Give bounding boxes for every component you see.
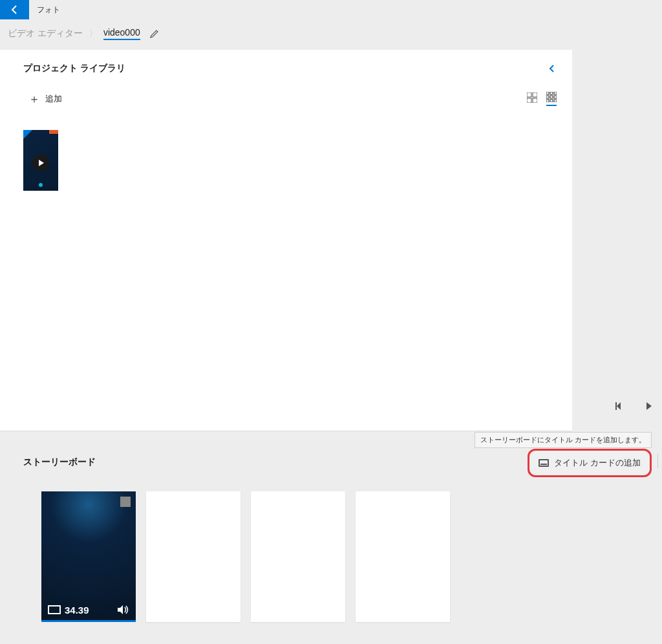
selection-box-icon [120, 497, 131, 507]
library-title: プロジェクト ライブラリ [23, 63, 125, 74]
step-forward-icon [644, 401, 654, 411]
plus-icon: ＋ [28, 91, 40, 107]
breadcrumb-current[interactable]: video000 [103, 27, 140, 40]
title-card-icon [539, 459, 549, 467]
collapse-button[interactable] [548, 64, 557, 73]
svg-rect-7 [546, 96, 549, 98]
add-label: 追加 [45, 93, 62, 105]
svg-rect-12 [554, 100, 557, 102]
breadcrumb-parent[interactable]: ビデオ エディター [8, 28, 83, 39]
grid-view-large-button[interactable] [527, 92, 537, 105]
title-card-tooltip: ストーリーボードにタイトル カードを追加します。 [475, 432, 652, 448]
prev-frame-button[interactable] [614, 401, 625, 411]
chevron-right-icon: 〉 [89, 28, 97, 39]
next-frame-button[interactable] [644, 401, 654, 411]
svg-rect-9 [554, 96, 557, 98]
storyboard-title: ストーリーボード [23, 456, 96, 468]
library-clip-thumbnail[interactable] [23, 130, 58, 191]
svg-rect-6 [554, 92, 557, 94]
storyboard-clip[interactable]: 34.39 [41, 491, 136, 622]
grid-view-small-button[interactable] [546, 92, 557, 106]
svg-rect-10 [546, 100, 549, 102]
svg-rect-1 [533, 92, 537, 97]
pencil-icon [149, 28, 160, 39]
svg-rect-8 [550, 96, 553, 98]
grid-small-icon [546, 92, 557, 102]
back-button[interactable] [0, 0, 29, 19]
corner-fold-icon [23, 130, 32, 139]
clip-duration: 34.39 [65, 605, 89, 616]
play-icon [32, 155, 49, 171]
storyboard-empty-slot[interactable] [251, 491, 345, 622]
svg-rect-0 [527, 92, 531, 97]
storyboard-row: 34.39 [41, 491, 450, 622]
svg-rect-4 [546, 92, 549, 94]
svg-rect-2 [527, 98, 531, 103]
chevron-left-icon [548, 64, 557, 73]
title-card-label: タイトル カードの追加 [554, 457, 641, 469]
svg-rect-11 [550, 100, 553, 102]
step-back-icon [614, 401, 625, 411]
svg-rect-13 [615, 402, 617, 410]
grid-large-icon [527, 92, 537, 103]
breadcrumb: ビデオ エディター 〉 video000 [0, 19, 662, 48]
project-library-panel: プロジェクト ライブラリ ＋ 追加 [0, 50, 572, 431]
add-title-card-button[interactable]: タイトル カードの追加 [528, 449, 652, 477]
add-media-button[interactable]: ＋ 追加 [28, 91, 62, 107]
duration-icon [48, 605, 61, 614]
svg-rect-3 [533, 98, 537, 103]
arrow-left-icon [10, 5, 20, 15]
svg-rect-5 [550, 92, 553, 94]
storyboard-empty-slot[interactable] [146, 491, 240, 622]
storyboard-empty-slot[interactable] [356, 491, 450, 622]
volume-icon[interactable] [116, 604, 129, 616]
edit-name-button[interactable] [147, 26, 162, 41]
app-title: フォト [37, 5, 60, 16]
